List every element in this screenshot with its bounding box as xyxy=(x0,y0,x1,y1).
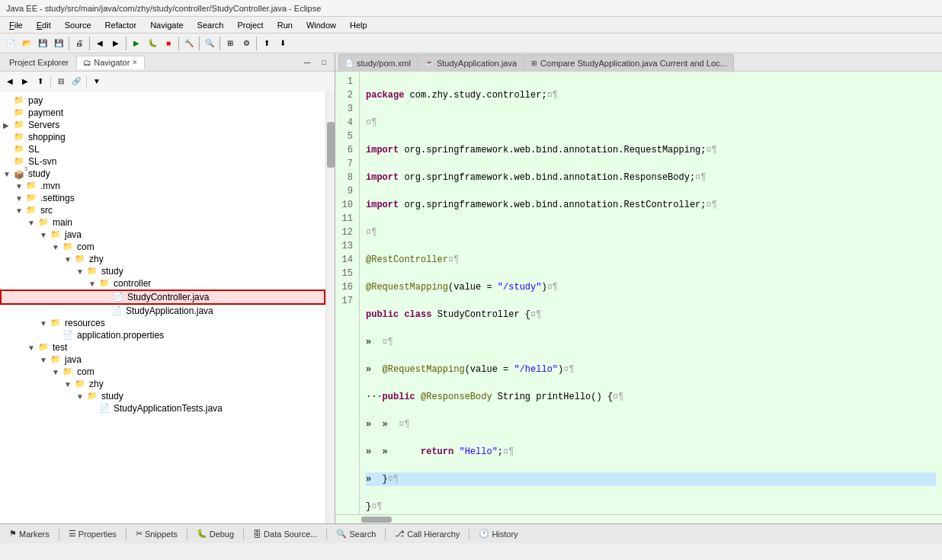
tb-sep3 xyxy=(126,37,127,50)
tree-label-resources: resources xyxy=(65,318,105,328)
toggle-resources: ▼ xyxy=(40,319,50,328)
tree-label-java: java xyxy=(65,229,82,240)
tree-java[interactable]: ▼ 📁 java xyxy=(0,229,325,241)
menu-source[interactable]: Source xyxy=(59,19,98,31)
tree-study-test[interactable]: ▼ 📁 study xyxy=(0,390,325,402)
menu-edit[interactable]: Edit xyxy=(30,19,57,31)
tree-settings[interactable]: ▼ 📁 .settings xyxy=(0,192,325,204)
java-file-icon-studycontroller: 📄 xyxy=(113,292,125,302)
tree-java-test[interactable]: ▼ 📁 java xyxy=(0,354,325,366)
java-file-icon-studyapplicationtests: 📄 xyxy=(99,403,111,414)
editor-area: 📄 study/pom.xml ☕ StudyApplication.java … xyxy=(335,53,942,523)
tree-main[interactable]: ▼ 📁 main xyxy=(0,216,325,229)
tb-debug[interactable]: 🐛 xyxy=(145,36,160,51)
search-label: Search xyxy=(349,530,376,539)
bottom-tab-snippets[interactable]: ✂ Snippets xyxy=(130,527,184,540)
sidebar-scrollbar[interactable] xyxy=(325,91,335,523)
menu-help[interactable]: Help xyxy=(344,19,373,31)
tree-studyapplicationtests[interactable]: 📄 StudyApplicationTests.java xyxy=(0,402,325,414)
tab-studyapplication[interactable]: ☕ StudyApplication.java xyxy=(418,54,524,71)
title-text: Java EE - study/src/main/java/com/zhy/st… xyxy=(6,4,321,13)
tb-prev-annotation[interactable]: ⬆ xyxy=(259,36,274,51)
link-editor[interactable]: 🔗 xyxy=(69,75,83,88)
code-content[interactable]: package com.zhy.study.controller;¤¶ ¤¶ i… xyxy=(360,72,942,514)
tree-servers[interactable]: ▶ 📁 Servers xyxy=(0,119,325,131)
tree-sl[interactable]: 📁 SL xyxy=(0,143,325,155)
menu-run[interactable]: Run xyxy=(271,19,299,31)
code-line-3: import org.springframework.web.bind.anno… xyxy=(366,143,936,157)
main-layout: Project Explorer 🗂 Navigator ✕ — □ ◀ ▶ ⬆… xyxy=(0,53,942,523)
tree-zhy-test[interactable]: ▼ 📁 zhy xyxy=(0,378,325,390)
history-icon: 🕐 xyxy=(479,529,489,539)
sidebar-minimize[interactable]: — xyxy=(300,55,315,70)
tb-next-annotation[interactable]: ⬇ xyxy=(275,36,290,51)
folder-icon-resources: 📁 xyxy=(50,318,62,328)
tree-controller[interactable]: ▼ 📁 controller xyxy=(0,277,325,290)
tree-src[interactable]: ▼ 📁 src xyxy=(0,204,325,216)
bottom-tab-call-hierarchy[interactable]: ⎇ Call Hierarchy xyxy=(389,527,466,540)
menu-file[interactable]: File xyxy=(3,19,29,31)
bottom-sep7 xyxy=(469,528,469,540)
menu-project[interactable]: Project xyxy=(231,19,269,31)
tb-settings[interactable]: ⚙ xyxy=(239,36,254,51)
sidebar-scroll-thumb[interactable] xyxy=(327,122,335,168)
tree-app-props[interactable]: 📄 application.properties xyxy=(0,329,325,341)
tree-com-test[interactable]: ▼ 📁 com xyxy=(0,366,325,378)
menu-search[interactable]: Search xyxy=(191,19,230,31)
tree-test[interactable]: ▼ 📁 test xyxy=(0,341,325,354)
navigator-close-icon[interactable]: ✕ xyxy=(132,59,138,66)
tb-build[interactable]: 🔨 xyxy=(181,36,197,51)
tree-zhy[interactable]: ▼ 📁 zhy xyxy=(0,253,325,265)
tb-open[interactable]: 📂 xyxy=(19,36,34,51)
tree-com[interactable]: ▼ 📁 com xyxy=(0,241,325,253)
tb-back[interactable]: ◀ xyxy=(92,36,107,51)
tb-search2[interactable]: 🔍 xyxy=(202,36,217,51)
tb-new[interactable]: 📄 xyxy=(3,36,18,51)
sidebar-maximize[interactable]: □ xyxy=(316,55,332,70)
horizontal-scrollbar[interactable] xyxy=(335,514,942,523)
tb-save[interactable]: 💾 xyxy=(35,36,50,51)
menu-navigate[interactable]: Navigate xyxy=(144,19,189,31)
toggle-settings: ▼ xyxy=(15,194,26,203)
line-numbers: 1 2 3 4 5 6 7 8 9 10 11 12 13 14 15 16 1… xyxy=(335,72,360,514)
tree-resources[interactable]: ▼ 📁 resources xyxy=(0,317,325,329)
tb-forward[interactable]: ▶ xyxy=(108,36,123,51)
menu-refactor[interactable]: Refactor xyxy=(99,19,143,31)
tab-navigator[interactable]: 🗂 Navigator ✕ xyxy=(76,56,145,69)
bottom-tab-debug[interactable]: 🐛 Debug xyxy=(191,527,240,540)
menu-window[interactable]: Window xyxy=(300,19,342,31)
view-menu[interactable]: ▼ xyxy=(90,75,104,88)
tree-payment[interactable]: 📁 payment xyxy=(0,107,325,119)
tree-mvn[interactable]: ▼ 📁 .mvn xyxy=(0,180,325,192)
tree-shopping[interactable]: 📁 shopping xyxy=(0,131,325,143)
up-btn[interactable]: ⬆ xyxy=(34,75,47,88)
tree-label-test: test xyxy=(53,342,67,353)
tb-perspective[interactable]: ⊞ xyxy=(223,36,238,51)
bottom-tab-history[interactable]: 🕐 History xyxy=(473,527,524,540)
bottom-sep4 xyxy=(243,528,244,540)
tree-study2[interactable]: ▼ 📁 study xyxy=(0,265,325,277)
bottom-tab-datasource[interactable]: 🗄 Data Source... xyxy=(247,528,323,540)
tb-sep7 xyxy=(256,37,257,50)
bottom-tab-search[interactable]: 🔍 Search xyxy=(330,527,382,540)
tree-studyapplication[interactable]: 📄 StudyApplication.java xyxy=(0,305,325,317)
back-btn[interactable]: ◀ xyxy=(3,75,17,88)
collapse-all[interactable]: ⊟ xyxy=(54,75,68,88)
tree-study[interactable]: ▼ 📦5 study xyxy=(0,168,325,180)
h-scroll-thumb[interactable] xyxy=(361,517,392,523)
tb-saveall[interactable]: 💾 xyxy=(51,36,66,51)
tree-pay[interactable]: 📁 pay xyxy=(0,94,325,107)
tab-pom-xml[interactable]: 📄 study/pom.xml xyxy=(338,54,418,71)
bottom-tab-markers[interactable]: ⚑ Markers xyxy=(3,527,56,540)
bottom-tab-properties[interactable]: ☰ Properties xyxy=(62,527,123,540)
tab-compare[interactable]: ⊞ Compare StudyApplication.java Current … xyxy=(524,54,734,71)
tab-project-explorer[interactable]: Project Explorer xyxy=(3,56,75,69)
code-line-11: » @RequestMapping(value = "/hello")¤¶ xyxy=(366,363,936,376)
tb-stop[interactable]: ■ xyxy=(161,36,176,51)
ln-1: 1 xyxy=(338,75,353,88)
forward-btn[interactable]: ▶ xyxy=(18,75,32,88)
tree-sl-svn[interactable]: 📁 SL-svn xyxy=(0,155,325,168)
tb-print[interactable]: 🖨 xyxy=(72,36,87,51)
tree-studycontroller[interactable]: 📄 StudyController.java xyxy=(0,290,325,305)
tb-run[interactable]: ▶ xyxy=(129,36,144,51)
